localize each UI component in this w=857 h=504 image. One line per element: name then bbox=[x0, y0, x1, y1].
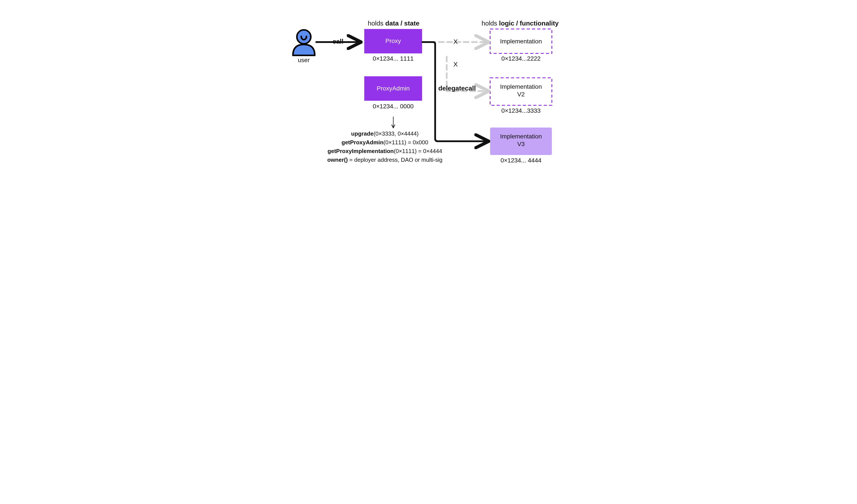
x-mark-2: X bbox=[453, 60, 458, 68]
proxy-admin-addr: 0×1234... 0000 bbox=[373, 103, 414, 110]
diagram-canvas: holds data / state holds logic / functio… bbox=[267, 0, 590, 190]
header-data-state: holds data / state bbox=[368, 20, 419, 27]
delegatecall-label: delegatecall bbox=[438, 85, 476, 92]
impl1-addr: 0×1234...2222 bbox=[502, 55, 541, 62]
fn-owner: owner() = deployer address, DAO or multi… bbox=[327, 157, 442, 163]
impl2-addr: 0×1234...3333 bbox=[502, 107, 541, 114]
impl2-title: ImplementationV2 bbox=[500, 83, 542, 98]
proxy-admin-title: ProxyAdmin bbox=[377, 85, 410, 92]
user-label: user bbox=[298, 57, 309, 64]
impl3-addr: 0×1234... 4444 bbox=[501, 157, 542, 164]
fn-upgrade: upgrade(0×3333, 0×4444) bbox=[351, 131, 419, 137]
call-label: call bbox=[333, 38, 343, 45]
impl1-title: Implementation bbox=[500, 37, 542, 45]
x-mark-1: X bbox=[453, 38, 458, 45]
proxy-addr: 0×1234... 1111 bbox=[373, 55, 414, 62]
header-logic-func: holds logic / functionality bbox=[482, 20, 559, 27]
impl3-title: ImplementationV3 bbox=[500, 133, 542, 148]
svg-point-0 bbox=[297, 30, 311, 44]
proxy-title: Proxy bbox=[385, 37, 401, 45]
user-icon bbox=[293, 30, 315, 55]
fn-getproxyadmin: getProxyAdmin(0×1111) = 0x000 bbox=[341, 139, 428, 146]
fn-getproxyimpl: getProxyImplementation(0×1111) = 0×4444 bbox=[327, 148, 442, 155]
